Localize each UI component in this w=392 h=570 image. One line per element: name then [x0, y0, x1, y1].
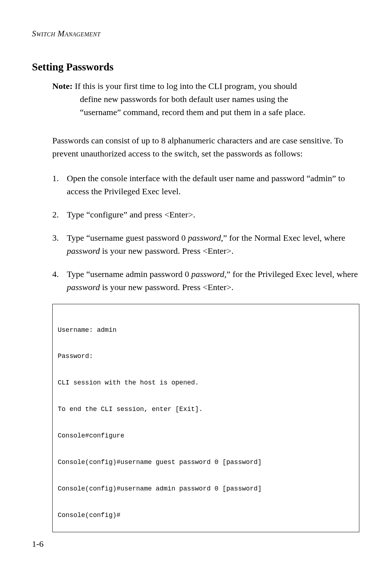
code-block: Username: admin Password: CLI session wi…: [52, 304, 359, 532]
note-block: Note: If this is your first time to log …: [52, 80, 359, 119]
step-number: 2.: [52, 208, 67, 221]
step-2: 2. Type “configure” and press <Enter>.: [52, 208, 359, 221]
step-italic: password: [191, 269, 224, 279]
step-text: Open the console interface with the defa…: [67, 174, 345, 196]
step-italic: password: [188, 233, 221, 243]
note-text-line2: define new passwords for both default us…: [52, 93, 359, 106]
step-text-after: is your new password. Press <Enter>.: [100, 246, 233, 256]
step-list: 1. Open the console interface with the d…: [52, 172, 359, 294]
code-line: Console(config)#username guest password …: [58, 458, 354, 467]
step-text: Type “configure” and press <Enter>.: [67, 210, 195, 219]
section-title: Setting Passwords: [32, 61, 359, 73]
code-line: To end the CLI session, enter [Exit].: [58, 405, 354, 414]
step-body: Type “configure” and press <Enter>.: [67, 208, 359, 221]
step-body: Type “username guest password 0 password…: [67, 231, 359, 257]
code-line: Console#configure: [58, 431, 354, 440]
step-number: 1.: [52, 172, 67, 198]
code-line: Console(config)#: [58, 511, 354, 520]
step-body: Type “username admin password 0 password…: [67, 268, 359, 294]
code-line: Password:: [58, 352, 354, 361]
code-line: Username: admin: [58, 326, 354, 334]
code-line: Console(config)#username admin password …: [58, 484, 354, 493]
step-body: Open the console interface with the defa…: [67, 172, 359, 198]
step-text-mid: ,” for the Privileged Exec level, where: [224, 269, 358, 279]
step-italic-2: password: [67, 246, 100, 256]
chapter-header: Switch Management: [32, 29, 359, 38]
step-text-before: Type “username guest password 0: [67, 233, 188, 243]
step-3: 3. Type “username guest password 0 passw…: [52, 231, 359, 257]
step-1: 1. Open the console interface with the d…: [52, 172, 359, 198]
body-paragraph: Passwords can consist of up to 8 alphanu…: [52, 134, 359, 160]
step-number: 3.: [52, 231, 67, 257]
step-text-mid: ,” for the Normal Exec level, where: [221, 233, 346, 243]
step-text-after: is your new password. Press <Enter>.: [100, 282, 233, 292]
step-text-before: Type “username admin password 0: [67, 269, 191, 279]
step-italic-2: password: [67, 282, 100, 292]
note-label: Note:: [52, 81, 73, 91]
page-number: 1-6: [32, 539, 44, 549]
code-line: CLI session with the host is opened.: [58, 378, 354, 387]
step-4: 4. Type “username admin password 0 passw…: [52, 268, 359, 294]
note-text-line3: “username” command, record them and put …: [52, 106, 359, 119]
step-number: 4.: [52, 268, 67, 294]
note-text-line1: If this is your first time to log into t…: [75, 81, 297, 91]
